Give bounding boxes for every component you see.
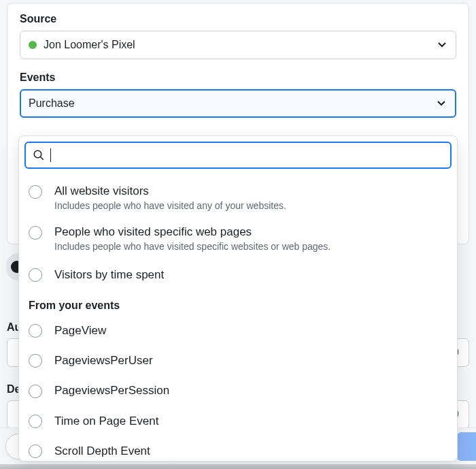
search-icon (33, 149, 45, 161)
radio-icon (29, 324, 42, 338)
events-selected-text: Purchase (29, 97, 75, 110)
caret-down-icon (437, 101, 445, 106)
source-selected-text: Jon Loomer's Pixel (44, 39, 135, 51)
option-title: PageviewsPerUser (54, 353, 153, 368)
option-pageviewsperuser[interactable]: PageviewsPerUser (19, 346, 457, 376)
svg-point-0 (34, 150, 41, 158)
option-scroll-depth[interactable]: Scroll Depth Event (19, 436, 457, 462)
radio-icon (29, 185, 42, 199)
radio-icon (29, 354, 42, 368)
option-subtitle: Includes people who have visited specifi… (54, 241, 330, 252)
option-title: Visitors by time spent (54, 268, 164, 282)
events-label: Events (20, 71, 456, 84)
radio-icon (29, 415, 42, 428)
option-specific-web-pages[interactable]: People who visited specific web pages In… (19, 219, 457, 260)
option-subtitle: Includes people who have visited any of … (54, 200, 286, 211)
option-all-website-visitors[interactable]: All website visitors Includes people who… (19, 178, 457, 219)
status-dot-icon (29, 41, 37, 49)
search-input[interactable] (51, 148, 443, 162)
footer-primary-button[interactable] (457, 432, 476, 461)
search-input-wrapper[interactable] (24, 142, 452, 169)
option-title: Time on Page Event (54, 414, 158, 429)
radio-icon (29, 444, 42, 458)
events-dropdown: All website visitors Includes people who… (18, 135, 458, 462)
source-select[interactable]: Jon Loomer's Pixel (20, 31, 456, 59)
option-time-on-page[interactable]: Time on Page Event (19, 406, 457, 436)
option-title: PageviewsPerSession (54, 383, 169, 398)
option-pageview[interactable]: PageView (19, 316, 457, 346)
source-label: Source (20, 13, 456, 25)
bottom-shadow (0, 464, 476, 469)
events-select[interactable]: Purchase (20, 89, 456, 118)
option-pageviewspersession[interactable]: PageviewsPerSession (19, 376, 457, 406)
radio-icon (29, 226, 42, 240)
svg-line-1 (40, 157, 44, 160)
radio-icon (29, 385, 42, 398)
option-title: All website visitors (54, 184, 286, 199)
options-section-header: From your events (19, 290, 457, 316)
caret-down-icon (438, 42, 446, 48)
radio-icon (29, 268, 42, 282)
option-title: Scroll Depth Event (54, 444, 150, 459)
options-list: All website visitors Includes people who… (19, 176, 457, 462)
option-visitors-by-time[interactable]: Visitors by time spent (19, 260, 457, 290)
option-title: PageView (54, 323, 106, 338)
option-title: People who visited specific web pages (54, 225, 330, 240)
